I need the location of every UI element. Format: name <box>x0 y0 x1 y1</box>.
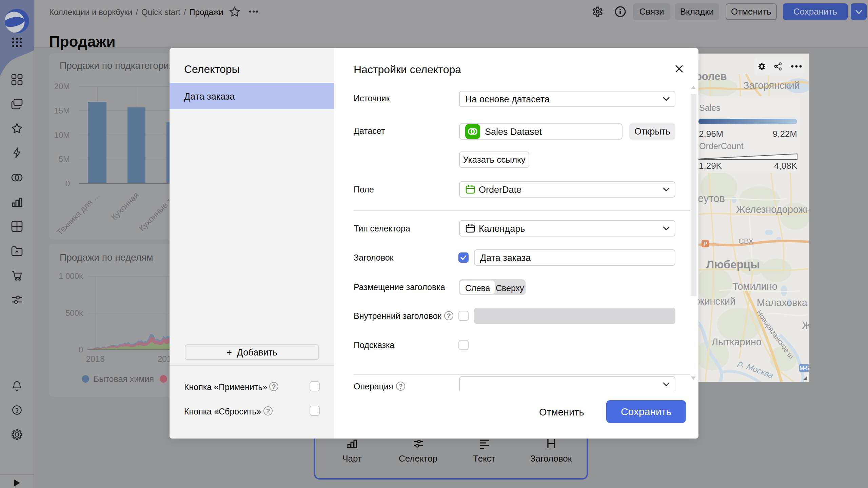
svg-text:еутов: еутов <box>698 192 725 204</box>
svg-text:СВХ: СВХ <box>738 237 754 245</box>
svg-text:2,96M: 2,96M <box>699 129 723 139</box>
svg-text:9,22M: 9,22M <box>773 129 797 139</box>
svg-text:10M: 10M <box>54 130 70 140</box>
svg-text:5M: 5M <box>59 155 70 164</box>
svg-text:20M: 20M <box>54 82 70 91</box>
svg-text:OrderCount: OrderCount <box>699 141 744 151</box>
svg-text:Загорянский: Загорянский <box>743 80 800 91</box>
svg-text:1 000k: 1 000k <box>59 271 83 281</box>
svg-text:Томилино: Томилино <box>732 281 777 292</box>
svg-text:500k: 500k <box>65 308 83 318</box>
svg-text:Кухонная: Кухонная <box>109 190 141 222</box>
svg-text:М-5: М-5 <box>800 365 809 371</box>
svg-text:жинский: жинский <box>698 296 735 307</box>
svg-text:Малаховка: Малаховка <box>757 297 808 308</box>
svg-text:Техника для …: Техника для … <box>55 190 102 237</box>
svg-text:1,29K: 1,29K <box>699 161 722 171</box>
svg-text:2018: 2018 <box>86 354 105 364</box>
svg-text:Железнодорожн: Железнодорожн <box>736 204 809 215</box>
svg-text:Бытовая химия: Бытовая химия <box>94 374 154 384</box>
svg-text:0: 0 <box>65 179 70 188</box>
svg-text:Люберцы: Люберцы <box>706 258 760 271</box>
svg-text:0: 0 <box>79 345 83 354</box>
svg-text:4,08K: 4,08K <box>774 161 797 171</box>
svg-text:оролев: оролев <box>698 70 727 82</box>
svg-text:Sales: Sales <box>699 103 721 113</box>
svg-text:15M: 15M <box>54 106 70 115</box>
svg-text:Ж: Ж <box>802 320 809 331</box>
svg-text:P: P <box>704 241 707 247</box>
svg-text:Лыткарино: Лыткарино <box>712 337 762 347</box>
